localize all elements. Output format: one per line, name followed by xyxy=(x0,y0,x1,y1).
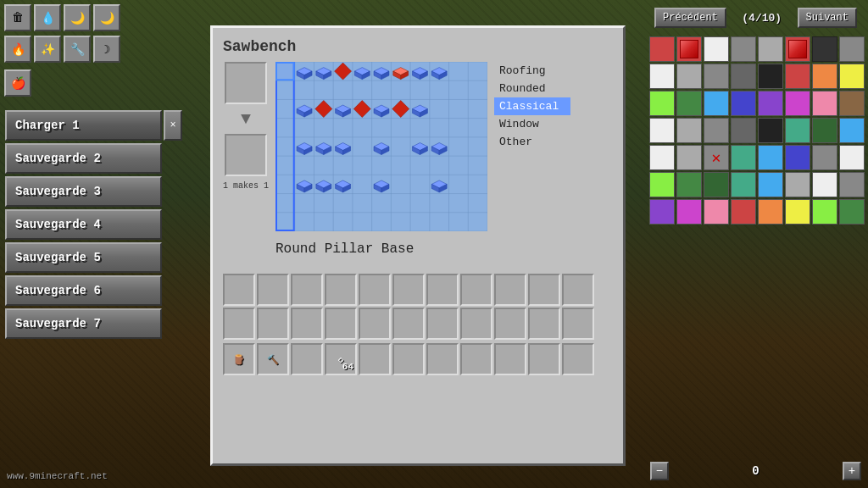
crescent-icon[interactable]: ☽ xyxy=(93,36,120,63)
apple-icon[interactable]: 🍎 xyxy=(4,69,31,97)
block-gray-6[interactable] xyxy=(839,172,865,197)
block-light-gray-3[interactable] xyxy=(676,118,702,143)
block-orange-2[interactable] xyxy=(758,199,783,225)
block-pink-2[interactable] xyxy=(704,199,729,225)
block-cyan-3[interactable] xyxy=(758,145,783,170)
inv-slot-1-10[interactable] xyxy=(562,308,594,340)
inv-slot-1-3[interactable] xyxy=(325,308,357,340)
moon-icon[interactable]: 🌙 xyxy=(64,4,91,31)
hotbar-slot-7[interactable] xyxy=(460,343,492,375)
block-green-2[interactable] xyxy=(676,172,702,197)
counter-minus-button[interactable]: − xyxy=(650,462,669,480)
block-gray-1[interactable] xyxy=(731,36,756,62)
block-white-6[interactable] xyxy=(812,172,837,197)
category-window[interactable]: Window xyxy=(494,115,570,133)
block-magenta-2[interactable] xyxy=(676,199,702,225)
hotbar-slot-10[interactable] xyxy=(562,343,594,375)
category-classical[interactable]: Classical xyxy=(494,97,570,115)
prev-button[interactable]: Précédent xyxy=(654,8,726,28)
block-white-1[interactable] xyxy=(704,36,729,62)
inv-slot-0-4[interactable] xyxy=(359,274,391,306)
inv-slot-0-10[interactable] xyxy=(562,274,594,306)
inv-slot-0-1[interactable] xyxy=(257,274,289,306)
hotbar-slot-8[interactable] xyxy=(494,343,526,375)
hotbar-slot-9[interactable] xyxy=(528,343,560,375)
inv-slot-1-5[interactable] xyxy=(392,308,425,340)
category-rounded[interactable]: Rounded xyxy=(494,80,570,97)
block-purple-2[interactable] xyxy=(649,199,675,225)
inv-slot-0-9[interactable] xyxy=(528,274,560,306)
block-purple-1[interactable] xyxy=(758,91,783,116)
block-light-gray-4[interactable] xyxy=(676,145,702,170)
moon2-icon[interactable]: 🌙 xyxy=(93,4,120,31)
output-slot-top[interactable] xyxy=(225,62,267,104)
category-roofing[interactable]: Roofing xyxy=(494,62,570,80)
next-button[interactable]: Suivant xyxy=(798,8,857,28)
inv-slot-1-4[interactable] xyxy=(359,308,391,340)
block-gray-2[interactable] xyxy=(839,36,865,62)
block-pink-1[interactable] xyxy=(812,91,837,116)
inv-slot-1-6[interactable] xyxy=(426,308,459,340)
block-dark-1[interactable] xyxy=(812,36,837,62)
block-blue-1[interactable] xyxy=(731,91,756,116)
block-gray-3[interactable] xyxy=(704,64,729,89)
block-teal-2[interactable] xyxy=(731,145,756,170)
block-red-2[interactable] xyxy=(676,36,702,62)
block-lime-1[interactable] xyxy=(649,91,675,116)
block-red-3[interactable] xyxy=(785,36,810,62)
block-white-2[interactable] xyxy=(649,64,675,89)
hotbar-slot-0[interactable]: 🪵 xyxy=(223,343,255,375)
inv-slot-1-1[interactable] xyxy=(257,308,289,340)
sauvegarde-4-button[interactable]: Sauvegarde 4 xyxy=(5,209,162,240)
block-white-3[interactable] xyxy=(649,118,675,143)
inv-slot-0-7[interactable] xyxy=(460,274,492,306)
block-gray-5[interactable] xyxy=(812,145,837,170)
hotbar-slot-2[interactable] xyxy=(291,343,323,375)
block-cyan-1[interactable] xyxy=(704,91,729,116)
block-white-5[interactable] xyxy=(839,145,865,170)
hotbar-slot-4[interactable] xyxy=(359,343,391,375)
hotbar-slot-3[interactable]: ◇ 64 xyxy=(325,343,357,375)
block-brown-1[interactable] xyxy=(839,91,865,116)
block-dark-green-1[interactable] xyxy=(812,118,837,143)
inv-slot-0-0[interactable] xyxy=(223,274,255,306)
charger-1-button[interactable]: Charger 1 xyxy=(5,110,162,141)
block-black-2[interactable] xyxy=(758,118,783,143)
inv-slot-1-9[interactable] xyxy=(528,308,560,340)
category-other[interactable]: Other xyxy=(494,133,570,151)
block-light-gray-2[interactable] xyxy=(676,64,702,89)
block-magenta-1[interactable] xyxy=(785,91,810,116)
block-black-1[interactable] xyxy=(758,64,783,89)
block-lime-3[interactable] xyxy=(812,199,837,225)
trash-icon[interactable]: 🗑 xyxy=(4,4,31,31)
inv-slot-0-6[interactable] xyxy=(426,274,459,306)
block-red-5[interactable] xyxy=(731,199,756,225)
block-red-4[interactable] xyxy=(785,64,810,89)
block-teal-1[interactable] xyxy=(785,118,810,143)
craft-grid-container[interactable] xyxy=(275,62,487,231)
inv-slot-1-8[interactable] xyxy=(494,308,526,340)
block-green-3[interactable] xyxy=(839,199,865,225)
inv-slot-1-0[interactable] xyxy=(223,308,255,340)
sauvegarde-6-button[interactable]: Sauvegarde 6 xyxy=(5,275,162,306)
block-cyan-2[interactable] xyxy=(839,118,865,143)
block-gray-4[interactable] xyxy=(704,118,729,143)
delete-slot-1-button[interactable]: × xyxy=(164,110,182,141)
inv-slot-1-7[interactable] xyxy=(460,308,492,340)
star-icon[interactable]: ✨ xyxy=(34,36,61,63)
block-blue-2[interactable] xyxy=(785,145,810,170)
sauvegarde-3-button[interactable]: Sauvegarde 3 xyxy=(5,176,162,207)
counter-plus-button[interactable]: + xyxy=(843,462,861,480)
fire-icon[interactable]: 🔥 xyxy=(4,36,31,63)
block-dark-gray-2[interactable] xyxy=(731,118,756,143)
block-teal-3[interactable] xyxy=(731,172,756,197)
block-dark-green-2[interactable] xyxy=(704,172,729,197)
block-red-1[interactable] xyxy=(649,36,675,62)
inv-slot-0-3[interactable] xyxy=(325,274,357,306)
block-dark-gray-1[interactable] xyxy=(731,64,756,89)
inv-slot-0-2[interactable] xyxy=(291,274,323,306)
block-yellow-1[interactable] xyxy=(839,64,865,89)
block-light-gray-5[interactable] xyxy=(785,172,810,197)
block-orange-1[interactable] xyxy=(812,64,837,89)
block-yellow-2[interactable] xyxy=(785,199,810,225)
